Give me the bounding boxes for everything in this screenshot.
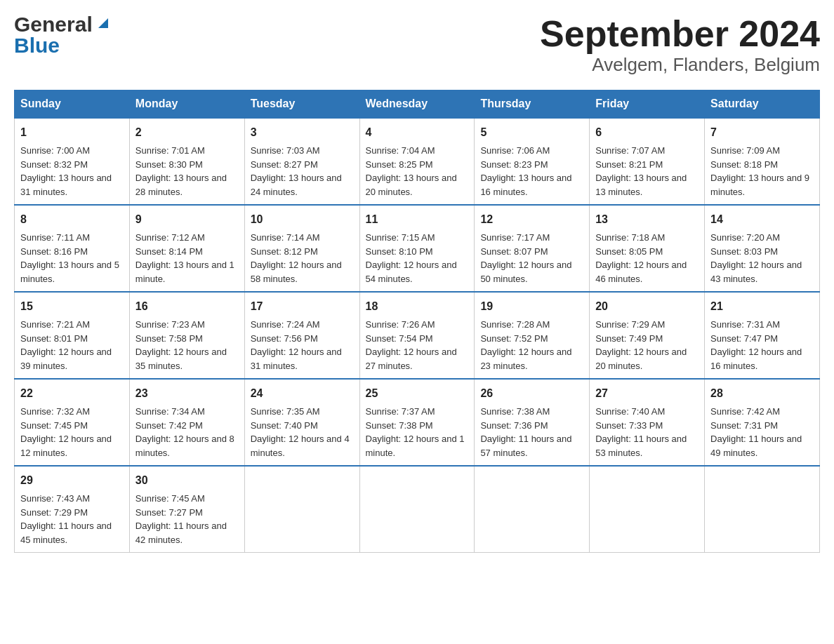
calendar-cell: 26Sunrise: 7:38 AMSunset: 7:36 PMDayligh… — [475, 379, 590, 466]
calendar-cell: 18Sunrise: 7:26 AMSunset: 7:54 PMDayligh… — [359, 292, 475, 379]
calendar-cell: 23Sunrise: 7:34 AMSunset: 7:42 PMDayligh… — [129, 379, 244, 466]
calendar-week-row: 1Sunrise: 7:00 AMSunset: 8:32 PMDaylight… — [15, 118, 820, 205]
day-info: Sunrise: 7:01 AMSunset: 8:30 PMDaylight:… — [135, 144, 239, 199]
day-number: 21 — [710, 298, 814, 315]
calendar-cell: 25Sunrise: 7:37 AMSunset: 7:38 PMDayligh… — [359, 379, 475, 466]
calendar-week-row: 29Sunrise: 7:43 AMSunset: 7:29 PMDayligh… — [15, 466, 820, 553]
header-wednesday: Wednesday — [359, 90, 475, 119]
calendar-cell: 15Sunrise: 7:21 AMSunset: 8:01 PMDayligh… — [15, 292, 130, 379]
day-number: 11 — [366, 211, 469, 228]
header-monday: Monday — [129, 90, 244, 119]
calendar-week-row: 15Sunrise: 7:21 AMSunset: 8:01 PMDayligh… — [15, 292, 820, 379]
calendar-cell: 28Sunrise: 7:42 AMSunset: 7:31 PMDayligh… — [705, 379, 820, 466]
day-info: Sunrise: 7:37 AMSunset: 7:38 PMDaylight:… — [366, 405, 469, 459]
calendar-cell — [244, 466, 359, 553]
page-header: General Blue September 2024 Avelgem, Fla… — [14, 14, 820, 76]
calendar-cell: 17Sunrise: 7:24 AMSunset: 7:56 PMDayligh… — [244, 292, 359, 379]
calendar-cell: 22Sunrise: 7:32 AMSunset: 7:45 PMDayligh… — [15, 379, 130, 466]
day-number: 28 — [710, 385, 814, 402]
day-number: 2 — [135, 124, 239, 141]
day-info: Sunrise: 7:07 AMSunset: 8:21 PMDaylight:… — [595, 144, 699, 199]
calendar-cell — [475, 466, 590, 553]
day-number: 26 — [480, 385, 583, 402]
logo-triangle-icon — [95, 15, 111, 34]
header-friday: Friday — [590, 90, 705, 119]
day-number: 7 — [710, 124, 814, 141]
day-info: Sunrise: 7:18 AMSunset: 8:05 PMDaylight:… — [595, 231, 699, 286]
day-number: 20 — [595, 298, 699, 315]
day-number: 5 — [480, 124, 583, 141]
calendar-cell: 6Sunrise: 7:07 AMSunset: 8:21 PMDaylight… — [590, 118, 705, 205]
calendar-cell: 24Sunrise: 7:35 AMSunset: 7:40 PMDayligh… — [244, 379, 359, 466]
calendar-cell: 2Sunrise: 7:01 AMSunset: 8:30 PMDaylight… — [129, 118, 244, 205]
day-info: Sunrise: 7:00 AMSunset: 8:32 PMDaylight:… — [20, 144, 124, 199]
calendar-cell: 10Sunrise: 7:14 AMSunset: 8:12 PMDayligh… — [244, 205, 359, 292]
day-info: Sunrise: 7:20 AMSunset: 8:03 PMDaylight:… — [710, 231, 814, 286]
day-info: Sunrise: 7:38 AMSunset: 7:36 PMDaylight:… — [480, 405, 583, 459]
calendar-cell — [359, 466, 475, 553]
day-number: 17 — [251, 298, 354, 315]
calendar-cell: 1Sunrise: 7:00 AMSunset: 8:32 PMDaylight… — [15, 118, 130, 205]
day-info: Sunrise: 7:45 AMSunset: 7:27 PMDaylight:… — [135, 492, 239, 546]
day-info: Sunrise: 7:12 AMSunset: 8:14 PMDaylight:… — [135, 231, 239, 286]
day-number: 15 — [20, 298, 124, 315]
day-info: Sunrise: 7:32 AMSunset: 7:45 PMDaylight:… — [20, 405, 124, 459]
day-info: Sunrise: 7:15 AMSunset: 8:10 PMDaylight:… — [366, 231, 469, 286]
calendar-header-row: SundayMondayTuesdayWednesdayThursdayFrid… — [15, 90, 820, 119]
calendar-cell: 14Sunrise: 7:20 AMSunset: 8:03 PMDayligh… — [705, 205, 820, 292]
calendar-week-row: 22Sunrise: 7:32 AMSunset: 7:45 PMDayligh… — [15, 379, 820, 466]
logo: General Blue — [14, 14, 111, 56]
calendar-cell — [590, 466, 705, 553]
day-number: 9 — [135, 211, 239, 228]
day-number: 18 — [366, 298, 469, 315]
day-info: Sunrise: 7:43 AMSunset: 7:29 PMDaylight:… — [20, 492, 124, 546]
day-number: 22 — [20, 385, 124, 402]
calendar-cell — [705, 466, 820, 553]
header-saturday: Saturday — [705, 90, 820, 119]
day-info: Sunrise: 7:29 AMSunset: 7:49 PMDaylight:… — [595, 318, 699, 373]
calendar-cell: 20Sunrise: 7:29 AMSunset: 7:49 PMDayligh… — [590, 292, 705, 379]
calendar-cell: 3Sunrise: 7:03 AMSunset: 8:27 PMDaylight… — [244, 118, 359, 205]
day-info: Sunrise: 7:04 AMSunset: 8:25 PMDaylight:… — [366, 144, 469, 199]
calendar-cell: 30Sunrise: 7:45 AMSunset: 7:27 PMDayligh… — [129, 466, 244, 553]
day-number: 10 — [251, 211, 354, 228]
calendar-cell: 16Sunrise: 7:23 AMSunset: 7:58 PMDayligh… — [129, 292, 244, 379]
day-info: Sunrise: 7:06 AMSunset: 8:23 PMDaylight:… — [480, 144, 583, 199]
calendar-cell: 19Sunrise: 7:28 AMSunset: 7:52 PMDayligh… — [475, 292, 590, 379]
day-number: 19 — [480, 298, 583, 315]
day-info: Sunrise: 7:40 AMSunset: 7:33 PMDaylight:… — [595, 405, 699, 459]
day-number: 3 — [251, 124, 354, 141]
day-info: Sunrise: 7:28 AMSunset: 7:52 PMDaylight:… — [480, 318, 583, 373]
page-subtitle: Avelgem, Flanders, Belgium — [540, 54, 820, 76]
day-info: Sunrise: 7:24 AMSunset: 7:56 PMDaylight:… — [251, 318, 354, 373]
day-number: 23 — [135, 385, 239, 402]
day-number: 4 — [366, 124, 469, 141]
day-number: 12 — [480, 211, 583, 228]
header-thursday: Thursday — [475, 90, 590, 119]
calendar-cell: 11Sunrise: 7:15 AMSunset: 8:10 PMDayligh… — [359, 205, 475, 292]
header-tuesday: Tuesday — [244, 90, 359, 119]
day-info: Sunrise: 7:42 AMSunset: 7:31 PMDaylight:… — [710, 405, 814, 459]
calendar-cell: 27Sunrise: 7:40 AMSunset: 7:33 PMDayligh… — [590, 379, 705, 466]
calendar-cell: 29Sunrise: 7:43 AMSunset: 7:29 PMDayligh… — [15, 466, 130, 553]
day-info: Sunrise: 7:17 AMSunset: 8:07 PMDaylight:… — [480, 231, 583, 286]
svg-marker-0 — [98, 18, 108, 28]
day-info: Sunrise: 7:21 AMSunset: 8:01 PMDaylight:… — [20, 318, 124, 373]
day-number: 16 — [135, 298, 239, 315]
day-info: Sunrise: 7:23 AMSunset: 7:58 PMDaylight:… — [135, 318, 239, 373]
day-info: Sunrise: 7:31 AMSunset: 7:47 PMDaylight:… — [710, 318, 814, 373]
day-number: 27 — [595, 385, 699, 402]
calendar-cell: 21Sunrise: 7:31 AMSunset: 7:47 PMDayligh… — [705, 292, 820, 379]
day-number: 6 — [595, 124, 699, 141]
day-info: Sunrise: 7:09 AMSunset: 8:18 PMDaylight:… — [710, 144, 814, 199]
logo-general-text: General — [14, 14, 93, 35]
day-number: 14 — [710, 211, 814, 228]
logo-blue-text: Blue — [14, 34, 60, 57]
day-number: 29 — [20, 472, 124, 489]
header-sunday: Sunday — [15, 90, 130, 119]
day-info: Sunrise: 7:11 AMSunset: 8:16 PMDaylight:… — [20, 231, 124, 286]
calendar-cell: 5Sunrise: 7:06 AMSunset: 8:23 PMDaylight… — [475, 118, 590, 205]
day-info: Sunrise: 7:03 AMSunset: 8:27 PMDaylight:… — [251, 144, 354, 199]
calendar-cell: 12Sunrise: 7:17 AMSunset: 8:07 PMDayligh… — [475, 205, 590, 292]
day-info: Sunrise: 7:14 AMSunset: 8:12 PMDaylight:… — [251, 231, 354, 286]
